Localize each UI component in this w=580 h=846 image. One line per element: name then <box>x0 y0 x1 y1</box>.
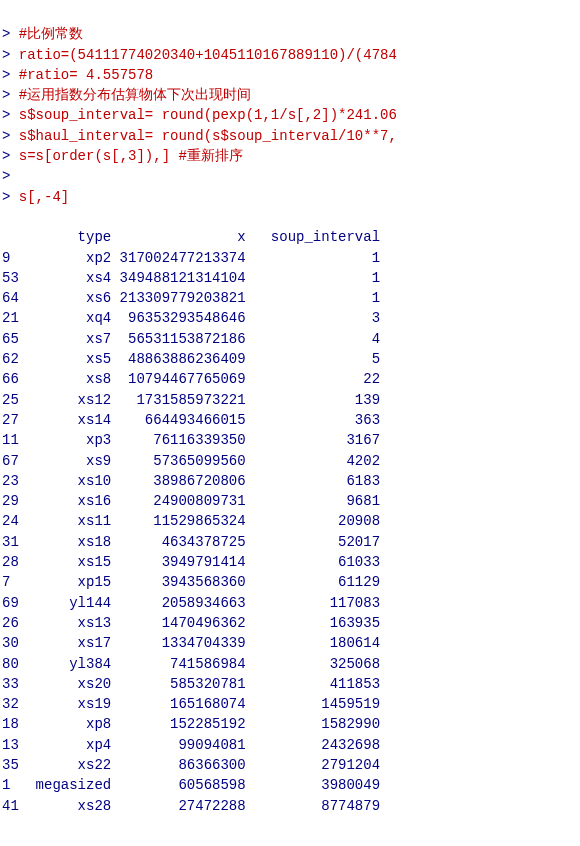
table-row: 31 xs18 4634378725 52017 <box>2 532 578 552</box>
prompt-symbol: > <box>2 148 19 164</box>
console-line: > #ratio= 4.557578 <box>2 65 578 85</box>
input-text: s$haul_interval= round(s$soup_interval/1… <box>19 128 397 144</box>
table-row: 53 xs4 349488121314104 1 <box>2 268 578 288</box>
table-row: 27 xs14 664493466015 363 <box>2 410 578 430</box>
table-row: 26 xs13 1470496362 163935 <box>2 613 578 633</box>
input-text: ratio=(54111774020340+1045110167889110)/… <box>19 47 397 63</box>
table-row: 24 xs11 11529865324 20908 <box>2 511 578 531</box>
table-row: 30 xs17 1334704339 180614 <box>2 633 578 653</box>
input-text: s$soup_interval= round(pexp(1,1/s[,2])*2… <box>19 107 397 123</box>
table-row: 28 xs15 3949791414 61033 <box>2 552 578 572</box>
prompt-symbol: > <box>2 67 19 83</box>
table-row: 9 xp2 317002477213374 1 <box>2 248 578 268</box>
table-row: 67 xs9 57365099560 4202 <box>2 451 578 471</box>
prompt-symbol: > <box>2 128 19 144</box>
table-row: 1 megasized 60568598 3980049 <box>2 775 578 795</box>
table-row: 80 yl384 741586984 325068 <box>2 654 578 674</box>
table-row: 29 xs16 24900809731 9681 <box>2 491 578 511</box>
input-text: s=s[order(s[,3]),] #重新排序 <box>19 148 243 164</box>
console-line: > s$soup_interval= round(pexp(1,1/s[,2])… <box>2 105 578 125</box>
table-row: 65 xs7 56531153872186 4 <box>2 329 578 349</box>
console-line: > #比例常数 <box>2 24 578 44</box>
prompt-symbol: > <box>2 107 19 123</box>
prompt-symbol: > <box>2 168 19 184</box>
table-row: 35 xs22 86366300 2791204 <box>2 755 578 775</box>
r-console: > #比例常数> ratio=(54111774020340+104511016… <box>0 0 580 840</box>
input-text: #运用指数分布估算物体下次出现时间 <box>19 87 251 103</box>
table-row: 25 xs12 1731585973221 139 <box>2 390 578 410</box>
table-row: 13 xp4 99094081 2432698 <box>2 735 578 755</box>
console-line: > <box>2 166 578 186</box>
console-line: > s=s[order(s[,3]),] #重新排序 <box>2 146 578 166</box>
table-row: 21 xq4 96353293548646 3 <box>2 308 578 328</box>
table-row: 18 xp8 152285192 1582990 <box>2 714 578 734</box>
console-line: > ratio=(54111774020340+1045110167889110… <box>2 45 578 65</box>
console-line: > #运用指数分布估算物体下次出现时间 <box>2 85 578 105</box>
console-line: > s[,-4] <box>2 187 578 207</box>
console-output-block: type x soup_interval9 xp2 31700247721337… <box>2 227 578 816</box>
table-row: 41 xs28 27472288 8774879 <box>2 796 578 816</box>
table-row: 33 xs20 585320781 411853 <box>2 674 578 694</box>
input-text: #ratio= 4.557578 <box>19 67 153 83</box>
table-row: 64 xs6 213309779203821 1 <box>2 288 578 308</box>
table-row: 7 xp15 3943568360 61129 <box>2 572 578 592</box>
table-row: 32 xs19 165168074 1459519 <box>2 694 578 714</box>
table-row: 23 xs10 38986720806 6183 <box>2 471 578 491</box>
prompt-symbol: > <box>2 87 19 103</box>
table-row: 11 xp3 76116339350 3167 <box>2 430 578 450</box>
prompt-symbol: > <box>2 26 19 42</box>
prompt-symbol: > <box>2 47 19 63</box>
table-row: 66 xs8 10794467765069 22 <box>2 369 578 389</box>
table-row: 62 xs5 48863886236409 5 <box>2 349 578 369</box>
input-text: #比例常数 <box>19 26 83 42</box>
input-text: s[,-4] <box>19 189 69 205</box>
table-header-row: type x soup_interval <box>2 227 578 247</box>
console-line: > s$haul_interval= round(s$soup_interval… <box>2 126 578 146</box>
console-input-block: > #比例常数> ratio=(54111774020340+104511016… <box>2 24 578 207</box>
table-row: 69 yl144 2058934663 117083 <box>2 593 578 613</box>
prompt-symbol: > <box>2 189 19 205</box>
